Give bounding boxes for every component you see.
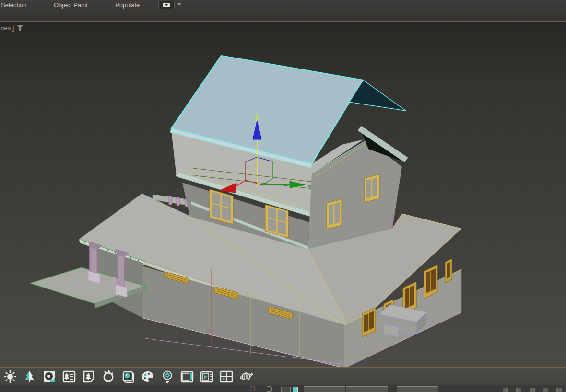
bottom-toolbar	[0, 368, 566, 385]
viewport-label[interactable]: ces ]	[1, 24, 14, 32]
tab-selection[interactable]: Selection	[1, 0, 54, 11]
viewport-config-button[interactable]	[180, 369, 194, 384]
y-axis-label: Y	[307, 184, 312, 191]
status-bar: [ ]	[0, 385, 566, 392]
coordinate-z-field[interactable]	[397, 386, 438, 392]
flame-ring-icon	[102, 370, 115, 383]
tab-populate[interactable]: Populate	[115, 0, 161, 11]
tab-object-paint[interactable]: Object Paint	[54, 0, 115, 11]
vegetation-button[interactable]	[23, 369, 37, 384]
play-panel-icon	[200, 370, 213, 383]
light-lister-button[interactable]	[160, 369, 175, 384]
status-bracket-label: [ ]	[250, 385, 255, 391]
tree-list-button[interactable]	[62, 369, 76, 384]
nav-mini-icon[interactable]	[556, 388, 562, 392]
teapot-icon	[239, 370, 253, 383]
ribbon-bar: Selection Object Paint Populate	[0, 0, 566, 21]
rendered-frame-button[interactable]	[121, 369, 135, 384]
preview-play-button[interactable]	[200, 369, 214, 384]
teapot-render-button[interactable]	[239, 369, 253, 384]
sun-icon	[3, 370, 17, 383]
nav-mini-icon[interactable]	[503, 388, 508, 392]
ribbon-minimize-icon	[163, 3, 170, 7]
tree-list-icon	[62, 370, 76, 383]
ribbon-minimize-button[interactable]	[158, 1, 175, 9]
render-setup-button[interactable]	[42, 369, 57, 384]
ribbon-options-caret-icon[interactable]	[177, 3, 181, 6]
bulb-gear-icon	[161, 370, 174, 383]
grid-toggle-icon[interactable]	[293, 387, 298, 392]
viewport-canvas[interactable]: Z Y	[0, 22, 566, 367]
saw-blade-page-icon	[43, 370, 56, 383]
tree-icon	[23, 370, 36, 383]
nav-mini-icon[interactable]	[516, 388, 521, 392]
layout-panes-button[interactable]	[219, 369, 234, 384]
transform-mode-icon[interactable]	[281, 387, 291, 392]
coordinate-x-field[interactable]	[304, 386, 345, 392]
z-axis-label: Z	[255, 115, 259, 121]
tree-page-icon	[82, 370, 95, 383]
monitor-panel-icon	[180, 370, 194, 383]
viewport-3d[interactable]: ces ]	[0, 22, 566, 367]
nav-mini-icon[interactable]	[543, 388, 548, 392]
selection-lock-icon[interactable]	[267, 386, 272, 392]
tree-page-button[interactable]	[82, 369, 96, 384]
viewport-filter-funnel-icon[interactable]	[16, 24, 24, 32]
palette-icon	[141, 370, 154, 383]
nav-mini-icon[interactable]	[530, 388, 535, 392]
sun-light-button[interactable]	[3, 369, 17, 384]
coordinate-y-field[interactable]	[346, 386, 388, 392]
panes-arrow-icon	[220, 370, 233, 383]
frame-stack-icon	[121, 370, 135, 383]
ribbon-tab-strip: Selection Object Paint Populate	[0, 0, 161, 11]
material-palette-button[interactable]	[141, 369, 155, 384]
fire-effect-button[interactable]	[101, 369, 116, 384]
